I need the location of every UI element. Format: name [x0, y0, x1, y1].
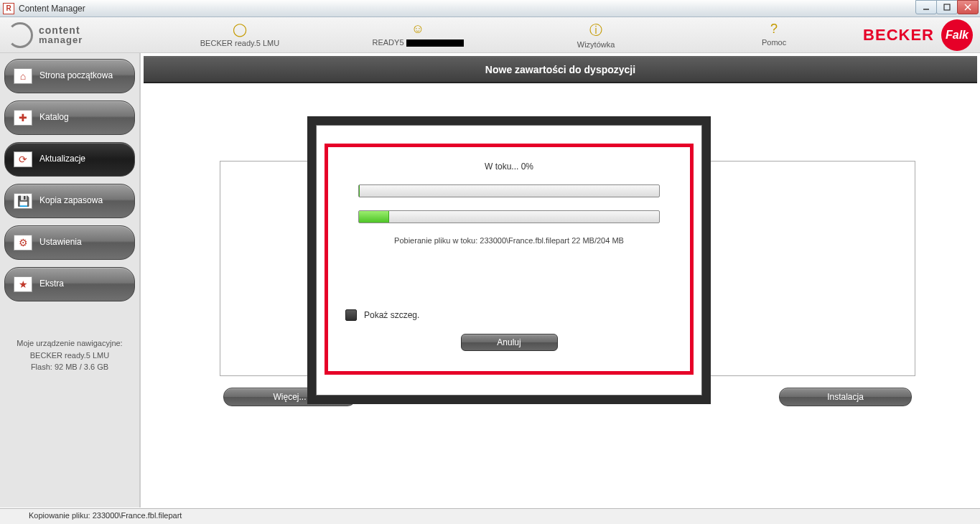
topnav-wizytowka-label: Wizytówka: [577, 40, 615, 49]
window-titlebar: R Content Manager: [0, 0, 980, 17]
sidebar: ⌂ Strona początkowa ✚ Katalog ⟳ Aktualiz…: [0, 53, 141, 507]
progress-modal: W toku... 0% Pobieranie pliku w toku: 23…: [316, 125, 702, 396]
main-content: Nowe zawartości do dyspozycji Więcej... …: [141, 53, 980, 507]
topnav-pomoc-label: Pomoc: [762, 38, 786, 47]
help-icon: ?: [770, 22, 778, 37]
sidebar-item-kopia[interactable]: 💾 Kopia zapasowa: [4, 184, 135, 218]
app-logo-text: content manager: [39, 25, 83, 45]
sidebar-item-aktualizacje[interactable]: ⟳ Aktualizacje: [4, 142, 135, 177]
refresh-icon: [7, 22, 33, 48]
becker-logo: BECKER: [863, 26, 934, 45]
circle-icon: ◯: [233, 22, 247, 37]
file-progress-fill: [359, 211, 389, 223]
device-info: Moje urządzenie nawigacyjne: BECKER read…: [4, 337, 135, 373]
top-toolbar: content manager ◯ BECKER ready.5 LMU ☺ R…: [0, 17, 980, 53]
cancel-button[interactable]: Anuluj: [461, 334, 558, 351]
sidebar-item-label: Strona początkowa: [39, 71, 113, 81]
topnav-ready5[interactable]: ☺ READY5: [329, 22, 507, 49]
top-navigation: ◯ BECKER ready.5 LMU ☺ READY5 ⓘ Wizytówk…: [151, 22, 863, 49]
maximize-button[interactable]: [936, 0, 958, 14]
brand-area: BECKER Falk: [863, 19, 973, 51]
topnav-wizytowka[interactable]: ⓘ Wizytówka: [507, 22, 685, 49]
topnav-device[interactable]: ◯ BECKER ready.5 LMU: [151, 22, 329, 49]
sidebar-item-katalog[interactable]: ✚ Katalog: [4, 100, 135, 135]
star-icon: ★: [14, 276, 32, 292]
sidebar-item-label: Katalog: [39, 113, 69, 123]
device-info-line: Moje urządzenie nawigacyjne:: [7, 337, 132, 350]
falk-logo: Falk: [941, 19, 973, 51]
info-icon: ⓘ: [589, 22, 602, 39]
window-controls: [916, 0, 979, 14]
sidebar-item-label: Kopia zapasowa: [39, 196, 103, 206]
save-icon: 💾: [14, 193, 32, 209]
person-icon: ☺: [411, 22, 424, 37]
home-icon: ⌂: [14, 68, 32, 84]
gear-icon: ⚙: [14, 235, 32, 251]
details-row: Pokaż szczeg.: [345, 309, 676, 321]
topnav-ready5-label: READY5: [373, 38, 464, 47]
update-icon: ⟳: [14, 151, 32, 167]
overall-progress-fill: [359, 185, 360, 197]
page-title: Nowe zawartości do dyspozycji: [144, 56, 977, 83]
sidebar-item-home[interactable]: ⌂ Strona początkowa: [4, 59, 135, 93]
progress-label: W toku... 0%: [342, 162, 676, 172]
sidebar-item-label: Aktualizacje: [39, 154, 85, 164]
body-wrap: ⌂ Strona początkowa ✚ Katalog ⟳ Aktualiz…: [0, 53, 980, 507]
show-details-label: Pokaż szczeg.: [364, 310, 419, 320]
minimize-button[interactable]: [915, 0, 937, 14]
topnav-device-label: BECKER ready.5 LMU: [200, 39, 279, 47]
close-button[interactable]: [957, 0, 979, 14]
redacted-text: [406, 39, 464, 47]
file-progress-bar: [358, 210, 660, 223]
topnav-pomoc[interactable]: ? Pomoc: [685, 22, 863, 49]
sidebar-item-label: Ustawienia: [39, 238, 82, 248]
modal-inner: W toku... 0% Pobieranie pliku w toku: 23…: [317, 126, 701, 365]
show-details-checkbox[interactable]: [345, 309, 357, 321]
svg-rect-1: [944, 4, 950, 10]
status-text: Kopiowanie pliku: 233000\France.fbl.file…: [29, 511, 182, 520]
download-status-text: Pobieranie pliku w toku: 233000\France.f…: [342, 236, 676, 245]
overall-progress-bar: [358, 184, 660, 197]
app-logo: content manager: [7, 22, 151, 48]
status-bar: Kopiowanie pliku: 233000\France.fbl.file…: [0, 508, 980, 524]
sidebar-item-ustawienia[interactable]: ⚙ Ustawienia: [4, 225, 135, 260]
window-title: Content Manager: [19, 4, 85, 14]
globe-icon: ✚: [14, 110, 32, 126]
app-icon: R: [3, 3, 14, 14]
sidebar-item-label: Ekstra: [39, 279, 64, 289]
device-info-line: Flash: 92 MB / 3.6 GB: [7, 361, 132, 373]
device-info-line: BECKER ready.5 LMU: [7, 350, 132, 362]
install-button[interactable]: Instalacja: [779, 388, 912, 406]
sidebar-item-ekstra[interactable]: ★ Ekstra: [4, 267, 135, 301]
